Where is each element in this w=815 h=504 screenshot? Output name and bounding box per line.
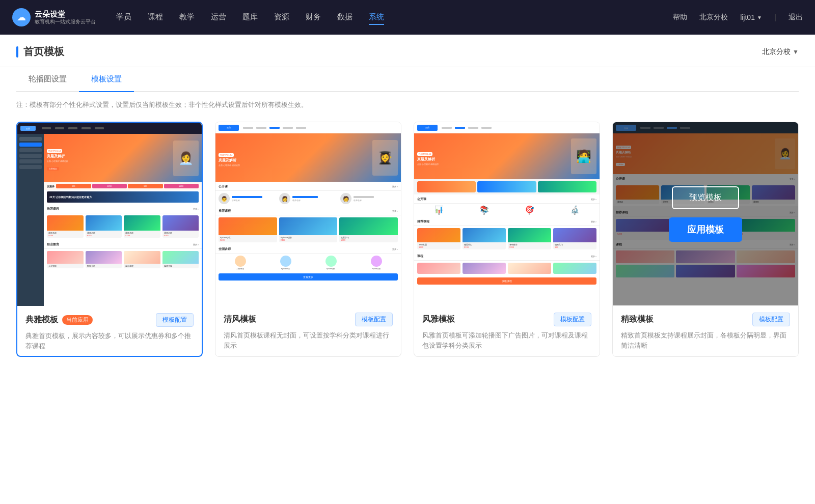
template-name-row-fengya: 风雅模板 模板配置	[422, 313, 591, 326]
logo-sub: 教育机构一站式服务云平台	[35, 19, 96, 25]
mini-site-fengya: 云朵 托福TPO1-54 真题及解析 全面·心理测评	[414, 122, 600, 305]
template-card-dianye: 云朵	[16, 122, 203, 357]
config-btn-dianye[interactable]: 模板配置	[156, 313, 194, 327]
nav-branch[interactable]: 北京分校	[699, 13, 728, 22]
nav-right: 帮助 北京分校 lijt01 ▼ | 退出	[673, 13, 803, 22]
template-preview-fengya[interactable]: 云朵 托福TPO1-54 真题及解析 全面·心理测评	[414, 122, 600, 305]
nav-user[interactable]: lijt01 ▼	[740, 13, 762, 21]
tab-carousel[interactable]: 轮播图设置	[16, 67, 79, 92]
template-preview-jingzhi[interactable]: 云朵 托福TPO1-54 真题及解析 全面·心理测评	[613, 122, 798, 305]
template-desc-jingzhi: 精致首页模板支持课程展示封面，各模板分隔明显，界面简洁清晰	[621, 330, 790, 350]
template-name-fengya: 风雅模板	[422, 314, 455, 325]
page-content: 首页模板 北京分校 ▼ 轮播图设置 模板设置 注：模板有部分个性化样式设置，设置…	[0, 35, 815, 504]
nav-item-course[interactable]: 课程	[148, 10, 163, 25]
template-info-fengya: 风雅模板 模板配置 风雅首页模板可添加轮播图下广告图片，可对课程及课程包设置学科…	[414, 305, 600, 355]
nav-help[interactable]: 帮助	[673, 13, 687, 22]
current-badge-dianye: 当前应用	[62, 315, 93, 325]
page-title-wrap: 首页模板	[16, 45, 64, 67]
branch-selector[interactable]: 北京分校 ▼	[762, 47, 799, 65]
template-desc-fengya: 风雅首页模板可添加轮播图下广告图片，可对课程及课程包设置学科分类展示	[422, 330, 591, 350]
template-info-qingfeng: 清风模板 模板配置 清风首页模板课程无封面，可设置按学科分类对课程进行展示	[215, 305, 401, 355]
tab-template[interactable]: 模板设置	[79, 67, 134, 92]
config-btn-jingzhi[interactable]: 模板配置	[752, 313, 790, 326]
template-info-jingzhi: 精致模板 模板配置 精致首页模板支持课程展示封面，各模板分隔明显，界面简洁清晰	[613, 305, 798, 355]
template-name-row-jingzhi: 精致模板 模板配置	[621, 313, 790, 326]
logo-icon: ☁	[12, 8, 31, 26]
template-name-jingzhi: 精致模板	[621, 314, 654, 325]
logo-text: 云朵设堂 教育机构一站式服务云平台	[35, 10, 96, 25]
template-preview-dianye[interactable]: 云朵	[17, 123, 202, 306]
nav-logo[interactable]: ☁ 云朵设堂 教育机构一站式服务云平台	[12, 8, 96, 26]
template-desc-qingfeng: 清风首页模板课程无封面，可设置按学科分类对课程进行展示	[224, 330, 393, 350]
apply-template-btn[interactable]: 应用模板	[669, 217, 742, 242]
page-title-bar	[16, 46, 18, 58]
logo-main: 云朵设堂	[35, 10, 96, 19]
nav-item-operation[interactable]: 运营	[211, 10, 226, 25]
config-btn-qingfeng[interactable]: 模板配置	[355, 313, 393, 326]
template-overlay-jingzhi: 预览模板 应用模板	[613, 122, 798, 305]
template-name-row-dianye: 典雅模板 当前应用 模板配置	[25, 313, 194, 327]
note-text: 注：模板有部分个性化样式设置，设置后仅当前模板生效；非个性化样式设置后针对所有模…	[0, 92, 815, 118]
templates-grid: 云朵	[0, 118, 815, 373]
template-preview-qingfeng[interactable]: 云朵 托福TPO1-54 真题及解析	[215, 122, 401, 305]
main-nav: ☁ 云朵设堂 教育机构一站式服务云平台 学员 课程 教学 运营 题库 资源 财务…	[0, 0, 815, 35]
preview-template-btn[interactable]: 预览模板	[672, 186, 739, 209]
template-name-row-qingfeng: 清风模板 模板配置	[224, 313, 393, 326]
nav-item-student[interactable]: 学员	[116, 10, 131, 25]
branch-chevron-icon: ▼	[793, 48, 799, 55]
nav-logout[interactable]: 退出	[789, 13, 803, 22]
mini-site-dianye: 云朵	[17, 123, 202, 306]
mini-site-qingfeng: 云朵 托福TPO1-54 真题及解析	[215, 122, 401, 305]
template-card-fengya: 云朵 托福TPO1-54 真题及解析 全面·心理测评	[414, 122, 600, 357]
mini-nav: 云朵	[17, 123, 202, 134]
template-name-dianye: 典雅模板	[25, 315, 58, 325]
template-card-qingfeng: 云朵 托福TPO1-54 真题及解析	[215, 122, 401, 357]
template-desc-dianye: 典雅首页模板，展示内容较多，可以展示优惠券和多个推荐课程	[25, 331, 194, 351]
nav-item-question[interactable]: 题库	[242, 10, 258, 25]
config-btn-fengya[interactable]: 模板配置	[554, 313, 591, 326]
nav-item-data[interactable]: 数据	[337, 10, 352, 25]
nav-item-teaching[interactable]: 教学	[179, 10, 195, 25]
nav-item-resource[interactable]: 资源	[274, 10, 289, 25]
user-chevron-icon: ▼	[757, 15, 762, 20]
template-name-qingfeng: 清风模板	[224, 314, 256, 325]
page-header: 首页模板 北京分校 ▼	[0, 35, 815, 67]
page-title: 首页模板	[23, 45, 64, 59]
template-card-jingzhi: 云朵 托福TPO1-54 真题及解析 全面·心理测评	[612, 122, 799, 357]
template-info-dianye: 典雅模板 当前应用 模板配置 典雅首页模板，展示内容较多，可以展示优惠券和多个推…	[17, 306, 202, 356]
nav-item-finance[interactable]: 财务	[306, 10, 321, 25]
tabs: 轮播图设置 模板设置	[16, 67, 799, 92]
tabs-wrap: 轮播图设置 模板设置	[0, 67, 815, 92]
nav-items: 学员 课程 教学 运营 题库 资源 财务 数据 系统	[116, 10, 673, 25]
nav-item-system[interactable]: 系统	[369, 10, 384, 25]
